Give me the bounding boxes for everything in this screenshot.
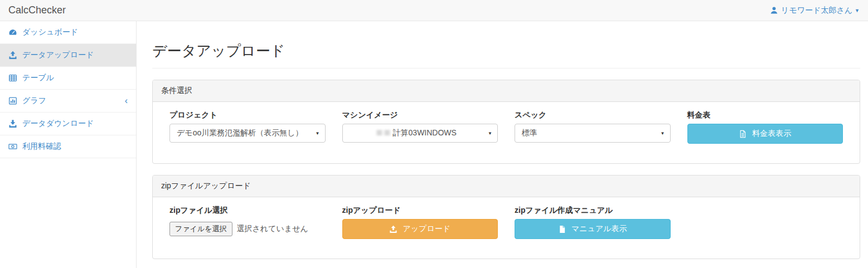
sidebar-item-label: テーブル [22,73,54,83]
spec-select[interactable]: 標準 ▼ [515,124,671,143]
manual-show-button[interactable]: マニュアル表示 [515,219,671,239]
condition-panel: 条件選択 プロジェクト デモoo川業務氾濫解析（表示無し） ▼ [152,80,860,164]
select-caret-icon: ▼ [316,131,320,136]
sidebar-item-label: データアップロード [22,50,94,60]
choose-file-button[interactable]: ファイルを選択 [169,222,232,236]
upload-icon [389,225,397,233]
condition-panel-body: プロジェクト デモoo川業務氾濫解析（表示無し） ▼ マシンイメージ 〓〓 [153,102,860,163]
machine-image-select-value: 計算03WINDOWS [393,128,457,138]
zip-upload-column: zipアップロード アップロード [334,206,507,250]
machine-image-label: マシンイメージ [342,110,498,120]
project-select-value: デモoo川業務氾濫解析（表示無し） [177,128,303,138]
sidebar-item-data-download[interactable]: データダウンロード [0,113,136,135]
upload-button-label: アップロード [403,224,450,234]
condition-panel-heading: 条件選択 [153,80,860,102]
zip-upload-panel: zipファイルアップロード zipファイル選択 ファイルを選択 選択されていませ… [152,175,860,259]
file-status-text: 選択されていません [237,224,308,234]
spec-column: スペック 標準 ▼ [506,110,679,155]
spec-label: スペック [515,110,671,120]
page-title: データアップロード [152,41,860,69]
table-icon [8,74,17,82]
sidebar-item-label: データダウンロード [22,119,94,129]
sidebar-item-dashboard[interactable]: ダッシュボード [0,21,136,44]
select-caret-icon: ▼ [661,131,665,136]
select-caret-icon: ▼ [488,131,492,136]
file-icon [558,225,566,233]
sidebar-item-label: グラフ [22,96,46,106]
sidebar: ダッシュボード データアップロード テーブル グラフ ‹ データダウ [0,21,137,268]
layout: ダッシュボード データアップロード テーブル グラフ ‹ データダウ [0,21,868,268]
zip-file-input: ファイルを選択 選択されていません [169,219,326,239]
machine-image-column: マシンイメージ 〓〓 計算03WINDOWS ▼ [334,110,507,155]
machine-image-select[interactable]: 〓〓 計算03WINDOWS ▼ [342,124,498,143]
price-table-label: 料金表 [687,110,843,120]
zip-file-select-label: zipファイル選択 [169,206,326,216]
manual-show-button-label: マニュアル表示 [571,224,627,234]
empty-column [679,206,852,250]
file-text-icon [739,130,747,138]
price-table-show-button-label: 料金表表示 [752,129,791,139]
sidebar-item-label: ダッシュボード [22,27,78,37]
project-column: プロジェクト デモoo川業務氾濫解析（表示無し） ▼ [161,110,334,155]
user-name: リモワード太郎さん [781,6,852,16]
bar-chart-icon [8,96,17,105]
user-icon [770,6,778,14]
machine-image-redacted-text: 〓〓 [376,128,391,138]
download-icon [8,119,17,128]
zip-upload-panel-body: zipファイル選択 ファイルを選択 選択されていません zipアップロード [153,197,860,259]
zip-manual-label: zipファイル作成マニュアル [515,206,671,216]
project-label: プロジェクト [169,110,326,120]
sidebar-item-label: 利用料確認 [22,142,61,152]
sidebar-item-data-upload[interactable]: データアップロード [0,44,136,67]
brand-logo[interactable]: CalcChecker [8,4,66,16]
price-table-show-button[interactable]: 料金表表示 [687,124,843,144]
zip-manual-column: zipファイル作成マニュアル マニュアル表示 [506,206,679,250]
zip-file-select-column: zipファイル選択 ファイルを選択 選択されていません [161,206,334,250]
user-menu[interactable]: リモワード太郎さん ▼ [770,6,860,16]
chevron-left-icon: ‹ [125,96,128,105]
price-column: 料金表 料金表表示 [679,110,852,155]
upload-button[interactable]: アップロード [342,219,498,239]
dashboard-icon [8,28,17,37]
top-navbar: CalcChecker リモワード太郎さん ▼ [0,0,868,21]
sidebar-item-table[interactable]: テーブル [0,67,136,90]
zip-upload-panel-heading: zipファイルアップロード [153,176,860,197]
money-icon [8,142,17,151]
sidebar-item-usage-fee[interactable]: 利用料確認 [0,135,136,158]
main-content: データアップロード 条件選択 プロジェクト デモoo川業務氾濫解析（表示無し） … [137,21,868,268]
project-select[interactable]: デモoo川業務氾濫解析（表示無し） ▼ [169,124,326,143]
caret-down-icon: ▼ [855,8,860,13]
zip-upload-label: zipアップロード [342,206,498,216]
sidebar-item-graph[interactable]: グラフ ‹ [0,90,136,113]
upload-icon [8,51,17,60]
spec-select-value: 標準 [522,128,537,138]
